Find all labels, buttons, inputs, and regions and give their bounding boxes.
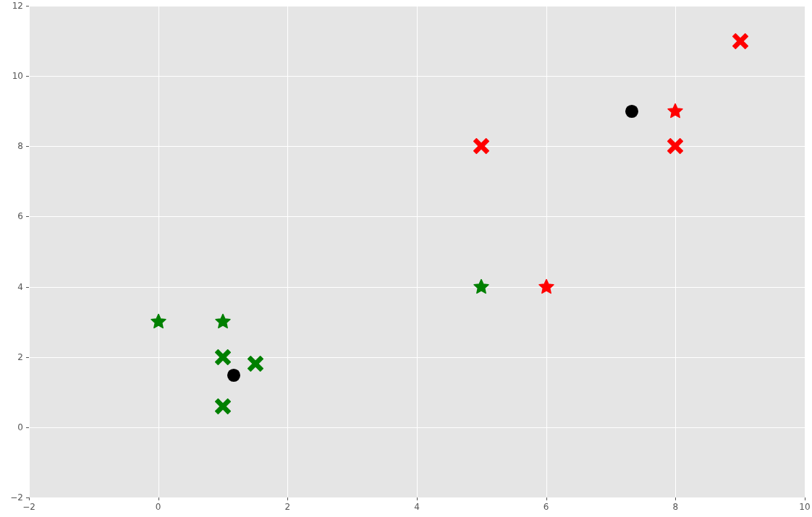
y-tick-mark [26, 146, 29, 147]
grid-line-horizontal [29, 146, 805, 147]
svg-marker-14 [474, 279, 489, 293]
y-tick-mark [26, 6, 29, 7]
svg-point-18 [625, 105, 638, 118]
grid-line-vertical [805, 6, 805, 497]
svg-point-17 [227, 369, 240, 382]
svg-marker-15 [539, 279, 554, 293]
y-tick-label: 6 [9, 211, 23, 221]
svg-marker-13 [216, 315, 230, 328]
y-tick-label: 4 [9, 282, 23, 292]
figure: −20246810−2024681012 [0, 0, 812, 517]
data-point-cluster-b-x [732, 33, 748, 49]
data-point-cluster-a-x [215, 349, 231, 365]
x-tick-label: 4 [414, 502, 420, 512]
y-tick-mark [26, 216, 29, 217]
x-tick-mark [805, 497, 805, 500]
y-tick-mark [26, 357, 29, 358]
grid-line-horizontal [29, 76, 805, 77]
y-tick-label: 2 [9, 352, 23, 362]
x-tick-label: 10 [799, 502, 810, 512]
svg-marker-16 [668, 103, 682, 117]
grid-line-horizontal [29, 427, 805, 428]
x-tick-mark [29, 497, 30, 500]
y-tick-label: −2 [9, 492, 23, 503]
grid-line-horizontal [29, 6, 805, 7]
x-tick-mark [546, 497, 547, 500]
y-tick-mark [26, 76, 29, 77]
data-point-cluster-b-x [667, 138, 683, 154]
x-tick-mark [287, 497, 288, 500]
y-tick-label: 0 [9, 422, 23, 432]
grid-line-horizontal [29, 357, 805, 358]
data-point-cluster-a-star [215, 314, 231, 330]
x-tick-mark [675, 497, 676, 500]
data-point-cluster-b-star [667, 103, 683, 119]
y-tick-mark [26, 287, 29, 288]
grid-line-vertical [29, 6, 30, 497]
grid-line-horizontal [29, 287, 805, 288]
data-point-centroids [624, 103, 640, 119]
data-point-cluster-b-star [538, 279, 554, 295]
data-point-cluster-a-star [473, 279, 489, 295]
y-tick-mark [26, 427, 29, 428]
data-point-centroids [226, 367, 242, 383]
x-tick-label: 6 [544, 502, 549, 512]
y-tick-label: 8 [9, 141, 23, 151]
y-tick-label: 10 [9, 71, 23, 81]
plot-area [29, 6, 805, 497]
data-point-cluster-a-star [151, 314, 166, 330]
data-point-cluster-a-x [248, 356, 263, 372]
data-point-cluster-a-x [215, 398, 231, 414]
x-tick-label: 8 [673, 502, 679, 512]
svg-marker-12 [151, 315, 166, 328]
x-tick-mark [417, 497, 418, 500]
x-tick-label: 2 [285, 502, 291, 512]
grid-line-horizontal [29, 216, 805, 217]
x-tick-label: 0 [156, 502, 161, 512]
grid-line-vertical [675, 6, 676, 497]
grid-line-vertical [287, 6, 288, 497]
grid-line-vertical [417, 6, 418, 497]
grid-line-vertical [158, 6, 159, 497]
x-tick-label: −2 [22, 502, 35, 512]
y-tick-mark [26, 497, 29, 498]
data-point-cluster-b-x [473, 138, 489, 154]
grid-line-vertical [546, 6, 547, 497]
x-tick-mark [158, 497, 159, 500]
y-tick-label: 12 [9, 1, 23, 11]
